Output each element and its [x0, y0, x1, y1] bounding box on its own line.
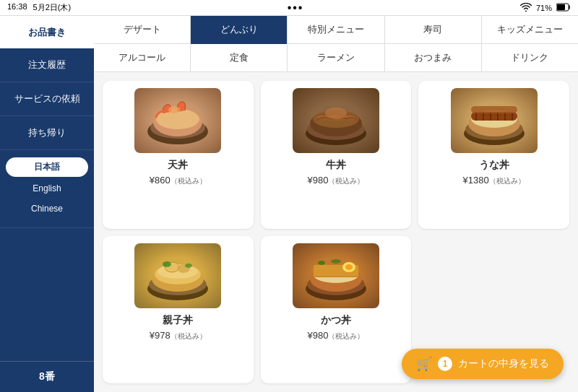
status-bar-center: •••: [288, 1, 304, 14]
sidebar-languages: 日本語 English Chinese: [0, 150, 94, 228]
tab-drink[interactable]: ドリンク: [482, 44, 578, 71]
svg-rect-1: [557, 4, 565, 10]
cart-badge: 1: [438, 357, 452, 371]
menu-item-price-tendon: ¥860（税込み）: [150, 175, 207, 186]
svg-point-32: [185, 263, 192, 268]
menu-item-name-oyakodon: 親子丼: [163, 314, 193, 327]
svg-point-31: [163, 261, 171, 267]
sidebar-item-takeout[interactable]: 持ち帰り: [0, 116, 94, 150]
wifi-icon: [520, 3, 532, 13]
lang-japanese[interactable]: 日本語: [6, 157, 88, 177]
status-bar-left: 16:38 5月2日(木): [7, 2, 71, 13]
menu-item-name-unadon: うな丼: [479, 159, 509, 172]
food-image-gyudon: [293, 88, 379, 153]
tab-sushi[interactable]: 寿司: [385, 16, 482, 44]
tab-otsumami[interactable]: おつまみ: [385, 44, 482, 71]
tabs-row-2: アルコール 定食 ラーメン おつまみ ドリンク: [94, 44, 578, 71]
battery-icon: [556, 3, 571, 13]
date: 5月2日(木): [33, 2, 72, 13]
menu-item-oyakodon[interactable]: 親子丼 ¥978（税込み）: [103, 236, 254, 384]
menu-grid: 天丼 ¥860（税込み）: [94, 72, 578, 392]
menu-item-price-unadon: ¥1380（税込み）: [463, 175, 525, 186]
food-image-oyakodon: [134, 243, 221, 308]
category-tabs: デザート どんぶり 特別メニュー 寿司 キッズメニュー アルコール 定食 ラーメ…: [94, 16, 578, 72]
sidebar-item-service[interactable]: サービスの依頼: [0, 82, 94, 116]
svg-point-6: [168, 106, 180, 113]
cart-button[interactable]: 🛒 1 カートの中身を見る: [402, 349, 564, 379]
menu-item-price-oyakodon: ¥978（税込み）: [150, 330, 207, 341]
battery-level: 71%: [536, 4, 552, 12]
content-area: デザート どんぶり 特別メニュー 寿司 キッズメニュー アルコール 定食 ラーメ…: [94, 16, 578, 392]
tab-special[interactable]: 特別メニュー: [288, 16, 384, 44]
svg-point-42: [331, 259, 341, 263]
menu-item-name-tendon: 天丼: [168, 159, 188, 172]
tab-ramen[interactable]: ラーメン: [288, 44, 384, 71]
svg-point-40: [345, 264, 353, 270]
sidebar-item-order-history[interactable]: 注文履歴: [0, 48, 94, 82]
cart-icon: 🛒: [416, 356, 432, 372]
time: 16:38: [7, 2, 27, 13]
status-bar-right: 71%: [520, 3, 571, 13]
tab-kids[interactable]: キッズメニュー: [482, 16, 578, 44]
svg-point-41: [318, 261, 325, 265]
tab-dessert[interactable]: デザート: [94, 16, 191, 44]
menu-item-name-katsudon: かつ丼: [321, 314, 351, 327]
food-image-katsudon: [293, 243, 379, 308]
menu-item-price-katsudon: ¥980（税込み）: [308, 330, 365, 341]
lang-english[interactable]: English: [6, 180, 88, 197]
sidebar-logo: お品書き: [0, 16, 94, 48]
menu-item-price-gyudon: ¥980（税込み）: [308, 175, 365, 186]
tab-donburi[interactable]: どんぶり: [191, 16, 288, 44]
menu-item-tendon[interactable]: 天丼 ¥860（税込み）: [103, 81, 254, 229]
menu-item-unadon[interactable]: うな丼 ¥1380（税込み）: [418, 81, 569, 229]
sidebar-footer: 8番: [0, 361, 94, 392]
svg-point-11: [325, 108, 347, 119]
main-container: お品書き 注文履歴 サービスの依頼 持ち帰り 日本語 English Chine…: [0, 16, 578, 392]
food-image-unadon: [451, 88, 538, 153]
food-image-tendon: [134, 88, 221, 153]
tab-alcohol[interactable]: アルコール: [94, 44, 191, 71]
sidebar: お品書き 注文履歴 サービスの依頼 持ち帰り 日本語 English Chine…: [0, 16, 94, 392]
cart-label: カートの中身を見る: [458, 357, 549, 370]
status-bar: 16:38 5月2日(木) ••• 71%: [0, 0, 578, 16]
tab-teishoku[interactable]: 定食: [191, 44, 288, 71]
menu-item-name-gyudon: 牛丼: [326, 159, 346, 172]
menu-item-katsudon[interactable]: かつ丼 ¥980（税込み）: [261, 236, 412, 384]
lang-chinese[interactable]: Chinese: [6, 200, 88, 217]
menu-item-gyudon[interactable]: 牛丼 ¥980（税込み）: [261, 81, 412, 229]
tabs-row-1: デザート どんぶり 特別メニュー 寿司 キッズメニュー: [94, 16, 578, 44]
svg-rect-23: [471, 106, 517, 113]
